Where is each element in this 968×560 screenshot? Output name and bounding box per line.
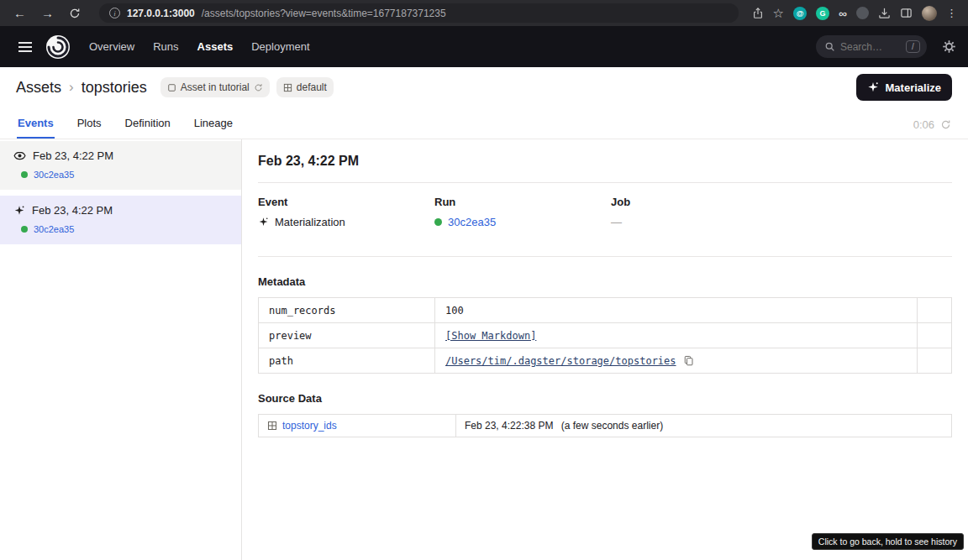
metadata-key: num_records — [259, 298, 435, 323]
observation-eye-icon — [13, 149, 26, 162]
metadata-heading: Metadata — [258, 275, 952, 288]
metadata-value: 100 — [435, 298, 918, 323]
tab-definition[interactable]: Definition — [124, 117, 171, 139]
cube-icon — [167, 83, 176, 92]
browser-menu-icon[interactable]: ⋮ — [946, 7, 958, 19]
refresh-icon[interactable] — [254, 83, 263, 92]
source-time-note: (a few seconds earlier) — [561, 420, 663, 432]
event-list-item-materialization[interactable]: Feb 23, 4:22 PM 30c2ea35 — [0, 196, 241, 244]
metadata-key: path — [259, 348, 435, 374]
infinity-extension-icon[interactable]: ∞ — [839, 7, 847, 20]
event-list-item-observation[interactable]: Feb 23, 4:22 PM 30c2ea35 — [0, 141, 241, 190]
profile-avatar[interactable] — [922, 6, 937, 21]
tab-events[interactable]: Events — [17, 117, 55, 139]
search-input[interactable] — [840, 41, 901, 53]
group-default-tag[interactable]: default — [276, 77, 334, 97]
reload-icon[interactable] — [64, 8, 86, 19]
materialization-sparkle-icon — [13, 205, 25, 217]
run-id-link[interactable]: 30c2ea35 — [34, 170, 74, 180]
asset-tabs: Events Plots Definition Lineage 0:06 — [0, 107, 968, 139]
materialize-button[interactable]: Materialize — [856, 74, 952, 101]
materialize-label: Materialize — [886, 81, 941, 94]
run-status-dot — [434, 218, 442, 226]
metadata-table: num_records 100 preview [Show Markdown] … — [258, 297, 952, 374]
nav-item-overview[interactable]: Overview — [89, 40, 134, 53]
metadata-action-cell — [918, 298, 952, 323]
source-data-table: topstory_ids Feb 23, 4:22:38 PM (a few s… — [258, 414, 952, 437]
source-data-heading: Source Data — [258, 392, 952, 405]
page-info-icon[interactable]: i — [109, 8, 120, 18]
event-run-link[interactable]: 30c2ea35 — [21, 224, 228, 234]
address-bar[interactable]: i 127.0.0.1:3000 /assets/topstories?view… — [99, 3, 739, 23]
event-detail-title: Feb 23, 4:22 PM — [258, 154, 952, 169]
share-icon[interactable] — [752, 8, 764, 19]
at-extension-icon[interactable]: @ — [793, 7, 807, 20]
tab-lineage[interactable]: Lineage — [193, 117, 234, 139]
refresh-timer: 0:06 — [913, 118, 934, 131]
event-detail-panel: Feb 23, 4:22 PM Event Materialization Ru… — [242, 139, 968, 560]
back-history-tooltip: Click to go back, hold to see history — [812, 533, 964, 550]
materialization-sparkle-icon — [258, 217, 269, 228]
tag-label: default — [297, 81, 327, 93]
grammarly-icon[interactable]: G — [816, 7, 829, 20]
tab-plots[interactable]: Plots — [76, 117, 103, 139]
table-row: path /Users/tim/.dagster/storage/topstor… — [259, 348, 952, 374]
grid-icon — [283, 83, 292, 92]
search-shortcut-badge: / — [906, 40, 920, 53]
page-header: Assets › topstories Asset in tutorial de… — [0, 67, 968, 107]
event-timestamp: Feb 23, 4:22 PM — [33, 149, 113, 162]
breadcrumb: Assets › topstories — [16, 79, 147, 97]
search-icon — [824, 41, 835, 52]
back-icon[interactable]: ← — [8, 7, 31, 19]
job-value: — — [611, 216, 787, 228]
tag-label: Asset in tutorial — [181, 81, 250, 93]
breadcrumb-assets-link[interactable]: Assets — [16, 79, 61, 97]
forward-icon[interactable]: → — [36, 7, 59, 19]
table-row: num_records 100 — [259, 298, 952, 323]
nav-item-assets[interactable]: Assets — [197, 40, 234, 53]
run-id-link[interactable]: 30c2ea35 — [448, 216, 496, 228]
event-type-value: Materialization — [275, 216, 345, 228]
table-row: preview [Show Markdown] — [259, 323, 952, 348]
hamburger-menu-icon[interactable] — [12, 37, 39, 57]
run-status-dot — [21, 171, 28, 178]
asset-tutorial-tag[interactable]: Asset in tutorial — [160, 77, 270, 97]
copy-icon[interactable] — [683, 355, 694, 366]
url-host: 127.0.0.1:3000 — [127, 8, 195, 19]
field-label: Event — [258, 196, 434, 208]
metadata-key: preview — [259, 323, 435, 348]
table-row: topstory_ids Feb 23, 4:22:38 PM (a few s… — [259, 415, 952, 437]
source-asset-link[interactable]: topstory_ids — [267, 420, 447, 432]
show-markdown-link[interactable]: [Show Markdown] — [445, 330, 536, 342]
run-status-dot — [21, 226, 28, 233]
browser-chrome: ← → i 127.0.0.1:3000 /assets/topstories?… — [0, 0, 968, 26]
extension-icon[interactable] — [856, 7, 869, 19]
metadata-action-cell — [918, 323, 952, 348]
side-panel-icon[interactable] — [900, 7, 913, 19]
download-icon[interactable] — [878, 7, 891, 19]
field-label: Run — [434, 196, 611, 208]
sparkle-icon — [867, 81, 879, 93]
breadcrumb-separator: › — [69, 79, 74, 96]
run-id-link[interactable]: 30c2ea35 — [34, 224, 74, 234]
grid-icon — [267, 421, 277, 431]
refresh-icon[interactable] — [940, 119, 951, 130]
metadata-action-cell — [918, 348, 952, 374]
event-run-link[interactable]: 30c2ea35 — [21, 170, 228, 180]
event-timestamp: Feb 23, 4:22 PM — [32, 204, 113, 217]
dagster-logo[interactable] — [45, 34, 71, 60]
source-time: Feb 23, 4:22:38 PM — [465, 420, 553, 432]
bookmark-star-icon[interactable]: ☆ — [773, 7, 784, 19]
global-search[interactable]: / — [816, 35, 927, 58]
app-navbar: Overview Runs Assets Deployment / — [0, 26, 968, 67]
settings-gear-icon[interactable] — [942, 39, 956, 54]
field-event: Event Materialization — [258, 196, 434, 228]
page-title: topstories — [82, 79, 147, 97]
nav-item-deployment[interactable]: Deployment — [251, 40, 309, 53]
field-label: Job — [611, 196, 787, 208]
path-link[interactable]: /Users/tim/.dagster/storage/topstories — [445, 355, 676, 367]
field-run: Run 30c2ea35 — [434, 196, 611, 228]
nav-item-runs[interactable]: Runs — [153, 40, 178, 53]
source-asset-name[interactable]: topstory_ids — [282, 420, 337, 432]
url-path: /assets/topstories?view=events&time=1677… — [202, 8, 446, 19]
